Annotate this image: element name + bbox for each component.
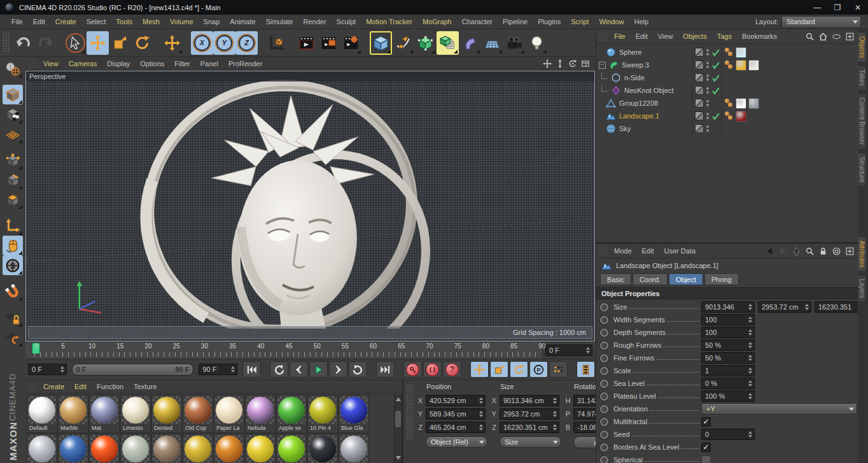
tab-basic[interactable]: Basic (600, 273, 631, 285)
live-selection-tool[interactable] (64, 31, 87, 55)
attribute-field[interactable]: 0 % (701, 378, 755, 389)
camera-button[interactable] (503, 31, 526, 55)
keyframe-radio-icon[interactable] (600, 443, 608, 452)
material-menu-create[interactable]: Create (38, 383, 69, 390)
stepper-icon[interactable] (60, 366, 64, 373)
material-tile[interactable] (276, 434, 307, 463)
end-frame-field[interactable]: 90 F (199, 364, 237, 375)
attribute-drag-handle[interactable] (599, 246, 608, 256)
texture-tag[interactable] (748, 60, 759, 71)
menu-pipeline[interactable]: Pipeline (498, 18, 533, 25)
viewport-menu-filter[interactable]: Filter (169, 60, 195, 68)
tab-coord[interactable]: Coord. (633, 273, 668, 285)
enabled-check-icon[interactable] (711, 99, 720, 108)
stepper-icon[interactable] (805, 304, 809, 310)
stepper-icon[interactable] (748, 380, 752, 387)
stepper-icon[interactable] (231, 366, 235, 373)
rotate-tool[interactable] (131, 31, 153, 55)
menu-help[interactable]: Help (629, 18, 654, 25)
texture-tag[interactable] (736, 111, 746, 122)
menu-mograph[interactable]: MoGraph (417, 18, 457, 25)
position-x-field[interactable]: 420.529 cm (426, 395, 486, 406)
object-manager-drag-handle[interactable] (599, 32, 608, 41)
material-tile-old-cop[interactable]: Old Cop (183, 395, 213, 433)
coordinate-system-toggle[interactable] (265, 31, 288, 55)
object-row-n-side[interactable]: n-Side (596, 71, 858, 84)
position-y-field[interactable]: 589.345 cm (426, 408, 486, 420)
previous-frame-button[interactable] (290, 361, 308, 378)
visibility-dots-icon[interactable] (706, 113, 709, 119)
object-menu-bookmarks[interactable]: Bookmarks (737, 32, 782, 40)
object-menu-objects[interactable]: Objects (678, 32, 711, 40)
keyframe-radio-icon[interactable] (600, 405, 608, 413)
object-menu-view[interactable]: View (653, 32, 678, 40)
next-frame-button[interactable] (329, 361, 347, 378)
menu-create[interactable]: Create (50, 18, 81, 25)
keyframe-radio-icon[interactable] (600, 392, 608, 401)
key-scale-toggle[interactable] (490, 361, 508, 378)
solo-mode-button[interactable]: S (3, 255, 23, 275)
visibility-dots-icon[interactable] (706, 49, 709, 55)
redo-button[interactable] (34, 31, 57, 55)
stepper-icon[interactable] (748, 317, 752, 323)
attribute-menu-edit[interactable]: Edit (637, 247, 659, 255)
key-pla-toggle[interactable] (549, 361, 568, 378)
viewport-menu-cameras[interactable]: Cameras (64, 60, 102, 68)
texture-tag[interactable] (748, 98, 759, 109)
visibility-dots-icon[interactable] (706, 125, 709, 132)
object-row-sweep-3[interactable]: −Sweep.3 (596, 59, 858, 71)
checkbox[interactable]: ✓ (701, 443, 711, 452)
scroll-up-icon[interactable] (396, 397, 401, 401)
material-tile[interactable] (339, 434, 369, 463)
viewport-menu-panel[interactable]: Panel (195, 60, 223, 68)
side-tab-takes[interactable]: Takes (858, 65, 867, 90)
object-row-sphere[interactable]: Sphere (596, 46, 858, 59)
attribute-field[interactable]: 1 (701, 365, 755, 376)
material-tile[interactable] (120, 434, 151, 463)
menu-snap[interactable]: Snap (199, 18, 225, 25)
object-row-landscape-1[interactable]: Landscape.1 (596, 110, 858, 122)
material-tile-mat[interactable]: Mat (89, 395, 120, 433)
side-tab-attributes[interactable]: Attributes (858, 236, 867, 272)
goto-end-button[interactable] (376, 361, 395, 378)
autokeying-button[interactable] (423, 361, 442, 378)
layer-color-swatch[interactable] (695, 48, 704, 57)
material-menu-edit[interactable]: Edit (69, 383, 92, 390)
material-menu-texture[interactable]: Texture (129, 383, 162, 390)
attribute-field[interactable]: 9013.346 (701, 301, 755, 313)
side-tab-content-browser[interactable]: Content Browser (858, 93, 867, 149)
layer-color-swatch[interactable] (695, 73, 704, 82)
undo-button[interactable] (12, 31, 34, 55)
enabled-check-icon[interactable] (711, 48, 720, 57)
key-parameter-toggle[interactable]: P (529, 361, 548, 378)
menu-select[interactable]: Select (81, 18, 111, 25)
attribute-field[interactable]: 50 % (701, 352, 755, 364)
keyframe-radio-icon[interactable] (600, 303, 608, 311)
environment-floor-button[interactable] (481, 31, 503, 55)
object-row-group12208[interactable]: Group12208 (596, 97, 858, 110)
subdivision-surface-button[interactable] (414, 31, 437, 55)
attribute-menu-mode[interactable]: Mode (609, 247, 637, 255)
scrollbar-thumb[interactable] (395, 411, 401, 427)
menu-edit[interactable]: Edit (28, 18, 50, 25)
keying-options-button[interactable]: ? (443, 361, 461, 378)
lock-y-axis[interactable]: Y (213, 31, 235, 55)
attribute-field[interactable]: 2953.72 cm (758, 301, 811, 313)
last-used-tool[interactable] (161, 31, 183, 55)
viewport-zoom-view-icon[interactable] (556, 59, 564, 68)
attribute-field[interactable]: 0 (701, 429, 755, 440)
enabled-check-icon[interactable] (711, 87, 720, 95)
make-editable-button[interactable] (3, 59, 23, 78)
texture-mode-button[interactable] (3, 104, 23, 124)
menu-script[interactable]: Script (566, 18, 594, 25)
enabled-check-icon[interactable] (711, 112, 720, 120)
attribute-nav-back-icon[interactable] (765, 246, 774, 256)
menu-simulate[interactable]: Simulate (261, 18, 298, 25)
render-picture-viewer-button[interactable] (318, 31, 340, 55)
edges-mode-button[interactable] (3, 170, 23, 190)
visibility-dots-icon[interactable] (706, 62, 709, 68)
key-position-toggle[interactable] (470, 361, 489, 378)
light-button[interactable] (526, 31, 548, 55)
align-workplane-button[interactable] (3, 327, 23, 347)
viewport-pan-icon[interactable] (543, 59, 552, 68)
